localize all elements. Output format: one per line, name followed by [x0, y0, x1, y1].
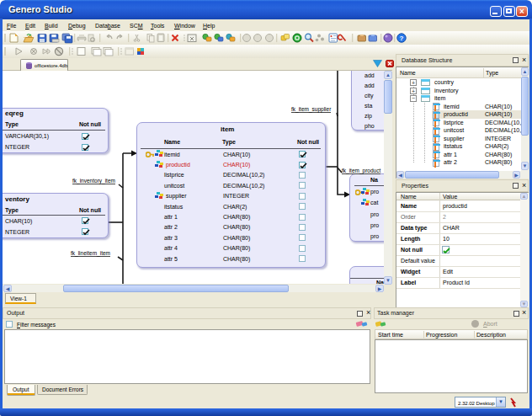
- svg-text:?: ?: [400, 35, 404, 42]
